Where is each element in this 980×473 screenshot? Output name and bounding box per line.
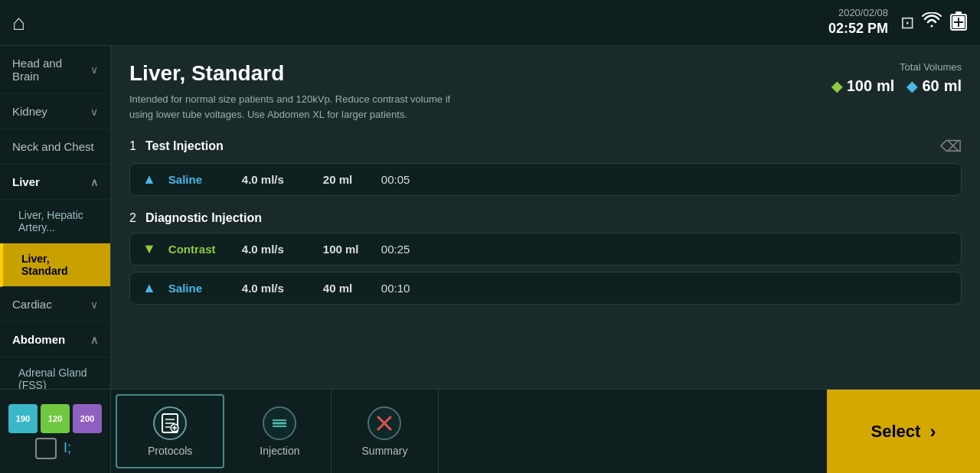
home-button[interactable]: ⌂	[12, 11, 25, 35]
fluid-rate-saline-2: 4.0 ml/s	[242, 282, 311, 295]
injection-2-phase-1[interactable]: ▼ Contrast 4.0 ml/s 100 ml 00:25	[129, 233, 962, 266]
wifi-icon	[922, 12, 942, 34]
injection-2-phase-2[interactable]: ▲ Saline 4.0 ml/s 40 ml 00:10	[129, 272, 962, 305]
select-button-label: Select	[871, 422, 921, 442]
sidebar-item-cardiac[interactable]: Cardiac ∨	[0, 287, 110, 322]
fluid-name-saline-1: Saline	[168, 173, 230, 186]
tab-protocols[interactable]: Protocols	[116, 394, 224, 468]
thumb-teal: 190	[8, 404, 38, 433]
contrast-dot-icon: ◆	[831, 78, 842, 95]
topbar-left: ⌂	[12, 11, 123, 35]
datetime: 2020/02/08 02:52 PM	[828, 7, 888, 38]
tab-injection-label: Injection	[260, 445, 299, 457]
edit-icon[interactable]: ⌫	[940, 137, 962, 155]
injection-2-label: Diagnostic Injection	[145, 211, 262, 225]
sidebar-label-head-brain: Head and Brain	[12, 57, 90, 83]
device-icon: ⊡	[900, 13, 914, 33]
sidebar-subitem-liver-standard[interactable]: Liver, Standard	[0, 243, 110, 287]
sidebar-label-abdomen: Abdomen	[12, 333, 65, 346]
protocol-area: Total Volumes ◆ 100 ml ◆ 60 ml Liver, St…	[111, 46, 980, 389]
injection-2-number: 2	[129, 211, 136, 225]
topbar-icons: ⊡	[900, 10, 968, 36]
sidebar-item-abdomen[interactable]: Abdomen ∧	[0, 322, 110, 357]
chevron-up-icon: ∧	[90, 334, 98, 346]
fluid-time-saline-2: 00:10	[381, 282, 420, 295]
bottom-tabs: Protocols Injection Summary	[111, 390, 827, 473]
protocols-tab-icon	[153, 406, 187, 440]
svg-rect-1	[956, 11, 962, 15]
sidebar-label-kidney: Kidney	[12, 105, 47, 118]
chevron-up-icon: ∧	[90, 176, 98, 188]
battery-icon	[949, 10, 968, 36]
sidebar-item-liver[interactable]: Liver ∧	[0, 165, 110, 200]
thumb-small-icon	[35, 438, 57, 459]
syringe-icon: I;	[60, 438, 75, 459]
fluid-name-saline-2: Saline	[168, 282, 230, 295]
select-button[interactable]: Select ›	[827, 390, 980, 473]
injection-1-number: 1	[129, 139, 136, 153]
thumb-green: 120	[41, 404, 70, 433]
tab-summary[interactable]: Summary	[332, 390, 439, 473]
sidebar-item-kidney[interactable]: Kidney ∨	[0, 94, 110, 129]
total-saline-value: ◆ 60 ml	[906, 77, 962, 95]
fluid-rate-contrast: 4.0 ml/s	[242, 243, 311, 256]
injection-section-2: 2 Diagnostic Injection ▼ Contrast 4.0 ml…	[129, 211, 962, 305]
sidebar-item-head-brain[interactable]: Head and Brain ∨	[0, 46, 110, 94]
sidebar: Head and Brain ∨ Kidney ∨ Neck and Chest…	[0, 46, 111, 389]
total-values-row: ◆ 100 ml ◆ 60 ml	[831, 77, 962, 95]
injection-tab-icon	[263, 406, 296, 440]
tab-protocols-label: Protocols	[148, 445, 192, 457]
fluid-vol-1: 20 ml	[323, 173, 369, 186]
fluid-vol-saline-2: 40 ml	[323, 282, 369, 295]
fluid-time-contrast: 00:25	[381, 243, 420, 256]
date-display: 2020/02/08	[828, 7, 888, 20]
sidebar-label-cardiac: Cardiac	[12, 298, 52, 311]
select-chevron-icon: ›	[929, 421, 936, 442]
saline-dot-icon: ◆	[906, 78, 917, 95]
fluid-time-1: 00:05	[381, 173, 420, 186]
injection-1-label: Test Injection	[145, 139, 224, 153]
thumb-row-top: 190 120 200	[8, 404, 102, 433]
fluid-vol-contrast: 100 ml	[323, 243, 369, 256]
thumbnail-panel: 190 120 200 I;	[0, 390, 111, 473]
saline-drop-icon: ▲	[142, 171, 156, 188]
summary-tab-icon	[368, 406, 401, 440]
sidebar-label-liver: Liver	[12, 175, 40, 188]
topbar-right: 2020/02/08 02:52 PM ⊡	[828, 7, 968, 38]
injection-2-header: 2 Diagnostic Injection	[129, 211, 962, 225]
tab-injection[interactable]: Injection	[229, 390, 331, 473]
chevron-down-icon: ∨	[90, 298, 98, 311]
thumb-row-bottom: I;	[35, 438, 75, 459]
bottombar: 190 120 200 I;	[0, 389, 980, 473]
injection-1-header: 1 Test Injection ⌫	[129, 137, 962, 155]
total-volumes-label: Total Volumes	[831, 61, 962, 73]
thumb-purple: 200	[73, 404, 102, 433]
sidebar-item-neck-chest[interactable]: Neck and Chest	[0, 129, 110, 165]
injection-1-phase-1[interactable]: ▲ Saline 4.0 ml/s 20 ml 00:05	[129, 163, 962, 196]
injection-section-1: 1 Test Injection ⌫ ▲ Saline 4.0 ml/s 20 …	[129, 137, 962, 196]
protocol-description: Intended for normal size patients and 12…	[129, 92, 459, 122]
saline-drop-icon-2: ▲	[142, 280, 156, 296]
topbar: ⌂ 2020/02/08 02:52 PM ⊡	[0, 0, 980, 46]
time-display: 02:52 PM	[828, 20, 888, 38]
total-contrast-value: ◆ 100 ml	[831, 77, 895, 95]
sidebar-label-neck-chest: Neck and Chest	[12, 140, 94, 153]
chevron-down-icon: ∨	[90, 64, 98, 76]
main-content: Head and Brain ∨ Kidney ∨ Neck and Chest…	[0, 46, 980, 389]
chevron-down-icon: ∨	[90, 106, 98, 118]
total-volumes: Total Volumes ◆ 100 ml ◆ 60 ml	[831, 61, 962, 95]
tab-summary-label: Summary	[362, 445, 408, 457]
fluid-name-contrast: Contrast	[168, 243, 230, 256]
sidebar-subitem-liver-hepatic[interactable]: Liver, Hepatic Artery...	[0, 200, 110, 243]
contrast-drop-icon: ▼	[142, 241, 156, 257]
fluid-rate-1: 4.0 ml/s	[242, 173, 311, 186]
sidebar-subitem-adrenal-gland[interactable]: Adrenal Gland (FSS)	[0, 357, 110, 389]
